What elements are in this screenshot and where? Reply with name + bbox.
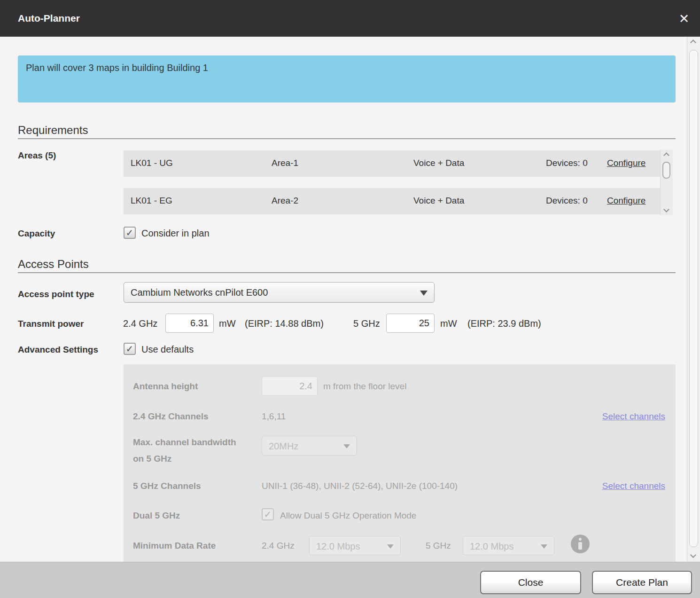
select-channels-24-link[interactable]: Select channels xyxy=(602,411,665,422)
antenna-height-input xyxy=(262,376,318,396)
dual-5ghz-label: Dual 5 GHz xyxy=(133,511,180,521)
max-bandwidth-value: 20MHz xyxy=(269,441,298,452)
transmit-power-24-input[interactable] xyxy=(165,314,214,333)
dialog-footer: Close Create Plan xyxy=(0,562,700,598)
dialog-body: Plan will cover 3 maps in building Build… xyxy=(0,37,687,562)
scroll-up-icon[interactable] xyxy=(663,152,669,158)
max-bandwidth-select: 20MHz xyxy=(262,436,357,456)
use-defaults-checkbox[interactable]: ✓ xyxy=(124,343,136,355)
use-defaults-checkbox-label: Use defaults xyxy=(141,344,194,355)
dual-5ghz-checkbox-label: Allow Dual 5 GHz Operation Mode xyxy=(280,511,416,521)
advanced-settings-label: Advanced Settings xyxy=(18,345,98,355)
areas-list: LK01 - UG Area-1 Voice + Data Devices: 0… xyxy=(124,150,673,215)
advanced-settings-panel: Antenna height m from the floor level 2.… xyxy=(124,364,676,562)
channels-5-value: UNII-1 (36-48), UNII-2 (52-64), UNII-2e … xyxy=(262,481,458,491)
select-channels-5-link[interactable]: Select channels xyxy=(602,481,665,491)
chevron-down-icon xyxy=(541,544,547,549)
areas-scrollbar[interactable] xyxy=(660,150,673,215)
band-24-unit: mW xyxy=(219,318,236,329)
band-24-label: 2.4 GHz xyxy=(123,318,157,329)
rate-24-label: 2.4 GHz xyxy=(262,541,295,551)
band-5-label: 5 GHz xyxy=(353,318,380,329)
areas-scrollbar-thumb[interactable] xyxy=(662,162,670,179)
max-bandwidth-label-line1: Max. channel bandwidth xyxy=(133,437,236,448)
scroll-up-icon[interactable] xyxy=(690,39,696,46)
dialog-scrollbar-thumb[interactable] xyxy=(689,50,698,547)
capacity-checkbox[interactable]: ✓ xyxy=(124,227,136,239)
chevron-down-icon xyxy=(387,544,394,549)
dual-5ghz-checkbox: ✓ xyxy=(262,508,274,520)
requirements-divider xyxy=(18,138,676,139)
rate-24-value: 12.0 Mbps xyxy=(316,541,360,552)
area-row: LK01 - UG Area-1 Voice + Data Devices: 0… xyxy=(124,150,660,177)
channels-5-label: 5 GHz Channels xyxy=(133,481,201,491)
access-point-type-select[interactable]: Cambium Networks cnPilot E600 xyxy=(124,282,435,303)
info-banner: Plan will cover 3 maps in building Build… xyxy=(18,55,676,102)
rate-5-label: 5 GHz xyxy=(426,541,451,551)
rate-5-value: 12.0 Mbps xyxy=(470,541,513,552)
info-icon[interactable] xyxy=(571,535,590,553)
antenna-height-label: Antenna height xyxy=(133,381,198,392)
areas-label: Areas (5) xyxy=(18,150,56,161)
access-points-heading: Access Points xyxy=(18,258,89,271)
band-5-eirp: (EIRP: 23.9 dBm) xyxy=(467,318,541,329)
area-name: Area-2 xyxy=(272,196,298,206)
area-profile: Voice + Data xyxy=(413,158,464,168)
area-map-name: LK01 - EG xyxy=(131,196,172,206)
close-button[interactable]: Close xyxy=(480,571,581,594)
capacity-label: Capacity xyxy=(18,228,55,239)
rate-5-select: 12.0 Mbps xyxy=(463,536,554,555)
rate-24-select: 12.0 Mbps xyxy=(309,536,401,555)
chevron-down-icon xyxy=(343,444,350,448)
scroll-down-icon[interactable] xyxy=(663,206,669,212)
area-devices: Devices: 0 xyxy=(546,196,588,206)
min-data-rate-label: Minimum Data Rate xyxy=(133,541,216,551)
area-devices: Devices: 0 xyxy=(546,158,588,168)
area-row: LK01 - EG Area-2 Voice + Data Devices: 0… xyxy=(124,188,660,214)
close-icon[interactable]: ✕ xyxy=(676,10,692,27)
dialog-title: Auto-Planner xyxy=(18,13,80,24)
requirements-heading: Requirements xyxy=(18,124,88,137)
area-profile: Voice + Data xyxy=(413,196,464,206)
area-configure-link[interactable]: Configure xyxy=(607,158,646,168)
band-24-eirp: (EIRP: 14.88 dBm) xyxy=(245,318,324,329)
dialog-titlebar: Auto-Planner ✕ xyxy=(0,0,700,37)
channels-24-value: 1,6,11 xyxy=(262,411,286,422)
channels-24-label: 2.4 GHz Channels xyxy=(133,411,209,422)
info-banner-text: Plan will cover 3 maps in building Build… xyxy=(26,63,208,73)
band-5-unit: mW xyxy=(440,318,457,329)
create-plan-button[interactable]: Create Plan xyxy=(592,571,692,594)
access-point-type-value: Cambium Networks cnPilot E600 xyxy=(131,287,268,298)
transmit-power-5-input[interactable] xyxy=(386,314,435,333)
area-map-name: LK01 - UG xyxy=(131,158,173,168)
access-points-divider xyxy=(18,272,676,273)
antenna-height-suffix: m from the floor level xyxy=(323,381,406,392)
scroll-down-icon[interactable] xyxy=(690,552,696,558)
chevron-down-icon xyxy=(420,291,428,296)
access-point-type-label: Access point type xyxy=(18,289,94,299)
transmit-power-label: Transmit power xyxy=(18,319,84,329)
dialog-scrollbar[interactable] xyxy=(687,37,700,562)
capacity-checkbox-label: Consider in plan xyxy=(141,228,210,239)
area-name: Area-1 xyxy=(272,158,298,168)
max-bandwidth-label-line2: on 5 GHz xyxy=(133,454,171,464)
area-configure-link[interactable]: Configure xyxy=(607,196,646,206)
